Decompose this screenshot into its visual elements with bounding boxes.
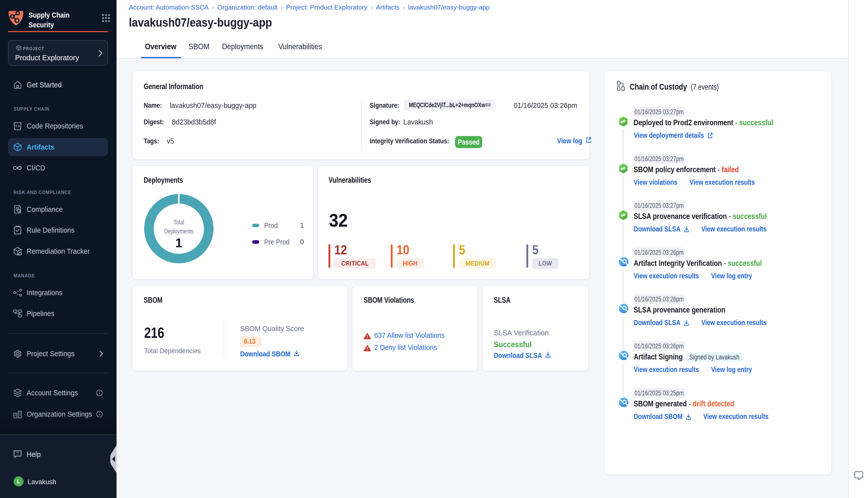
svg-text:?: ? (16, 451, 18, 456)
